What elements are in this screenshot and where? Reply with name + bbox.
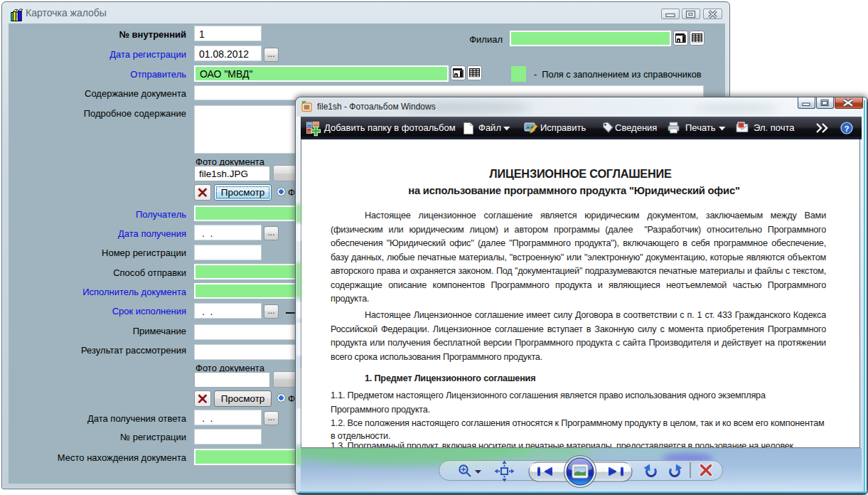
svg-text:?: ? — [844, 124, 849, 133]
